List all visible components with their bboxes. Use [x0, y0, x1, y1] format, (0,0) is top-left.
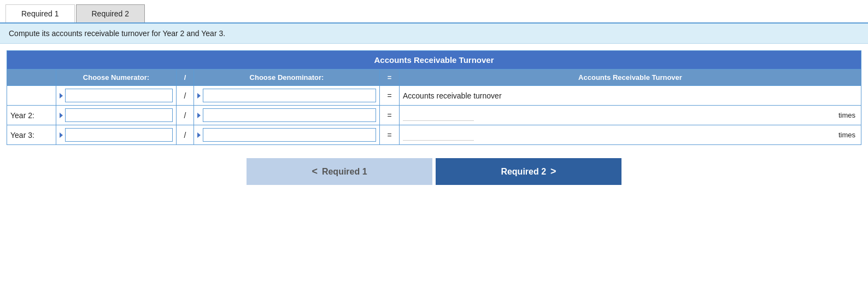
- tabs-row: Required 1 Required 2: [0, 0, 868, 24]
- year3-label: Year 3:: [7, 125, 56, 145]
- year3-result-cell: times: [400, 125, 861, 145]
- year3-times-label: times: [838, 131, 858, 139]
- table-title: Accounts Receivable Turnover: [7, 51, 861, 69]
- numerator-dropdown-arrow-2: [60, 113, 63, 118]
- year2-slash: /: [177, 106, 194, 125]
- year2-result-input[interactable]: [403, 110, 474, 121]
- numerator-dropdown-3[interactable]: [65, 128, 173, 142]
- year3-slash: /: [177, 125, 194, 145]
- table-container: Accounts Receivable Turnover Choose Nume…: [7, 50, 861, 145]
- col-equals-header: =: [380, 69, 400, 86]
- tab-required2[interactable]: Required 2: [76, 4, 145, 22]
- row-dropdown-slash: /: [177, 86, 194, 106]
- col-numerator-header: Choose Numerator:: [56, 69, 177, 86]
- sub-header-row: Choose Numerator: / Choose Denominator: …: [7, 69, 861, 86]
- prev-button-label: Required 1: [322, 167, 367, 177]
- year3-denominator-cell: [194, 125, 380, 145]
- nav-buttons: < Required 1 Required 2 >: [0, 158, 868, 196]
- table-row-dropdowns: / = Accounts receivable turnover: [7, 86, 861, 106]
- col-label-header: [7, 69, 56, 86]
- main-table: Accounts Receivable Turnover Choose Nume…: [7, 50, 861, 145]
- denominator-dropdown-arrow-3: [197, 132, 201, 138]
- table-row-year2: Year 2: /: [7, 106, 861, 125]
- year3-equals: =: [380, 125, 400, 145]
- year2-label: Year 2:: [7, 106, 56, 125]
- numerator-dropdown-1[interactable]: [65, 89, 173, 102]
- row-dropdown-result: Accounts receivable turnover: [400, 86, 861, 106]
- year2-denominator-cell: [194, 106, 380, 125]
- year3-numerator-cell: [56, 125, 177, 145]
- col-result-header: Accounts Receivable Turnover: [400, 69, 861, 86]
- prev-button[interactable]: < Required 1: [247, 158, 432, 185]
- prev-chevron-icon: <: [312, 166, 318, 177]
- tab-required1[interactable]: Required 1: [5, 4, 75, 22]
- table-row-year3: Year 3: /: [7, 125, 861, 145]
- denominator-dropdown-arrow-1: [197, 93, 201, 98]
- next-button-label: Required 2: [501, 167, 546, 177]
- row-dropdown-label: [7, 86, 56, 106]
- instruction-bar: Compute its accounts receivable turnover…: [0, 24, 868, 44]
- year2-result-cell: times: [400, 106, 861, 125]
- row-dropdown-numerator-cell: [56, 86, 177, 106]
- row-dropdown-equals: =: [380, 86, 400, 106]
- page-wrapper: Required 1 Required 2 Compute its accoun…: [0, 0, 868, 290]
- next-chevron-icon: >: [550, 166, 556, 177]
- col-slash-header: /: [177, 69, 194, 86]
- next-button[interactable]: Required 2 >: [436, 158, 621, 185]
- denominator-dropdown-3[interactable]: [203, 128, 376, 142]
- denominator-dropdown-arrow-2: [197, 113, 201, 118]
- year2-times-label: times: [838, 111, 858, 119]
- year2-equals: =: [380, 106, 400, 125]
- year2-numerator-cell: [56, 106, 177, 125]
- numerator-dropdown-2[interactable]: [65, 108, 173, 122]
- table-title-row: Accounts Receivable Turnover: [7, 51, 861, 69]
- numerator-dropdown-arrow-3: [60, 132, 63, 138]
- col-denominator-header: Choose Denominator:: [194, 69, 380, 86]
- year3-result-input[interactable]: [403, 130, 474, 141]
- denominator-dropdown-1[interactable]: [203, 89, 376, 102]
- result-text-header: Accounts receivable turnover: [403, 91, 502, 100]
- denominator-dropdown-2[interactable]: [203, 108, 376, 122]
- row-dropdown-denominator-cell: [194, 86, 380, 106]
- numerator-dropdown-arrow-1: [60, 93, 63, 98]
